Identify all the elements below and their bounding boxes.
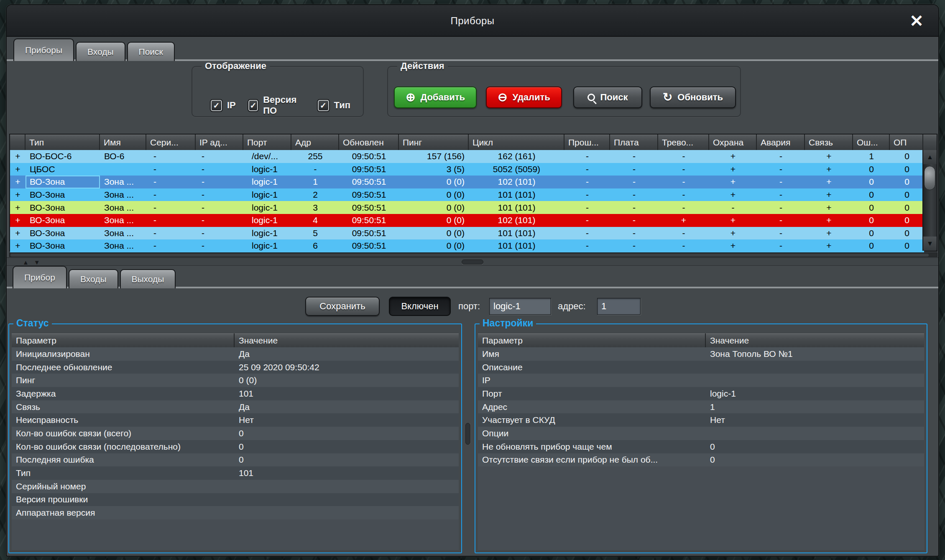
column-header-Охрана[interactable]: Охрана: [709, 135, 757, 150]
scrollbar-thumb[interactable]: [924, 166, 935, 190]
address-input[interactable]: [597, 298, 641, 315]
param-value: [235, 506, 459, 519]
param-row[interactable]: Адрес1: [478, 400, 924, 414]
column-header-Трево...[interactable]: Трево...: [658, 135, 709, 150]
column-header-Прош...[interactable]: Прош...: [564, 135, 610, 150]
column-header-Цикл[interactable]: Цикл: [469, 135, 564, 150]
add-button[interactable]: ⊕Добавить: [394, 87, 477, 108]
param-row[interactable]: Задержка101: [12, 387, 459, 400]
param-row[interactable]: Аппаратная версия: [12, 506, 459, 519]
scroll-down-icon[interactable]: ▼: [923, 237, 937, 251]
enabled-toggle-button[interactable]: Включен: [389, 297, 451, 316]
column-header-ОП[interactable]: ОП: [890, 135, 924, 150]
table-row[interactable]: +ВО-ЗонаЗона ...--logic-1109:50:510 (0)1…: [10, 176, 924, 188]
param-row[interactable]: СвязьДа: [12, 400, 459, 414]
column-header-Тип[interactable]: Тип: [26, 135, 100, 150]
param-column-header[interactable]: Значение: [235, 333, 459, 347]
checkbox-тип[interactable]: ✓Тип: [318, 100, 350, 111]
cell: logic-1: [243, 176, 291, 188]
param-row[interactable]: Кол-во ошибок связи (последовательно)0: [12, 440, 459, 453]
cell: ВО-Зона: [26, 176, 100, 188]
tab-top-приборы[interactable]: Приборы: [13, 38, 74, 61]
panel-splitter-handle[interactable]: [465, 423, 470, 445]
table-row[interactable]: +ВО-ЗонаЗона ...--logic-1309:50:510 (0)1…: [10, 201, 924, 214]
param-column-header[interactable]: Параметр: [478, 333, 706, 347]
param-value: Нет: [235, 413, 459, 427]
column-header-Порт[interactable]: Порт: [243, 135, 291, 150]
param-row[interactable]: Тип101: [12, 466, 459, 480]
param-row[interactable]: Последнее обновление25 09 2020 09:50:42: [12, 361, 459, 374]
column-header-Адр[interactable]: Адр: [291, 135, 339, 150]
splitter-arrows[interactable]: ▲ ▼: [23, 259, 40, 266]
cell: +: [10, 176, 26, 188]
search-button[interactable]: Поиск: [573, 87, 642, 108]
tab-bottom-выходы[interactable]: Выходы: [120, 269, 176, 288]
splitter-collapse-down-icon[interactable]: ▼: [34, 259, 40, 266]
cell: [100, 163, 146, 176]
cell: 0 (0): [399, 239, 469, 252]
column-header-Имя[interactable]: Имя: [100, 135, 146, 150]
cell: 0 (0): [399, 201, 469, 214]
param-row[interactable]: Описание: [478, 361, 924, 374]
cell: 5052 (5059): [469, 163, 564, 176]
checkbox-ip[interactable]: ✓IP: [211, 100, 236, 111]
refresh-button[interactable]: ↻Обновить: [650, 87, 736, 108]
param-row[interactable]: Пинг0 (0): [12, 374, 459, 387]
column-header-Авария[interactable]: Авария: [757, 135, 805, 150]
column-header-Пинг[interactable]: Пинг: [399, 135, 469, 150]
param-row[interactable]: Серийный номер: [12, 480, 459, 493]
vertical-scrollbar[interactable]: ▲ ▼: [922, 150, 937, 251]
param-row[interactable]: Участвует в СКУДНет: [478, 413, 924, 427]
splitter-collapse-up-icon[interactable]: ▲: [23, 259, 29, 266]
param-row[interactable]: НеисправностьНет: [12, 413, 459, 427]
column-header-marker[interactable]: [10, 135, 26, 150]
tab-top-входы[interactable]: Входы: [76, 42, 125, 61]
tab-bottom-входы[interactable]: Входы: [69, 269, 118, 288]
cell: +: [805, 176, 853, 188]
scroll-up-icon[interactable]: ▲: [923, 150, 937, 164]
tab-top-поиск[interactable]: Поиск: [127, 42, 175, 61]
remove-button[interactable]: ⊖Удалить: [486, 87, 562, 108]
column-header-Сери...[interactable]: Сери...: [146, 135, 196, 150]
param-name: Аппаратная версия: [12, 506, 235, 519]
cell: -: [146, 239, 196, 252]
table-row[interactable]: +ВО-ЗонаЗона ...--logic-1509:50:510 (0)1…: [10, 227, 924, 240]
cell: ВО-БОС-6: [26, 150, 100, 163]
checkbox-версия-по[interactable]: ✓Версия ПО: [248, 94, 305, 116]
param-row[interactable]: Опции: [478, 427, 924, 440]
param-row[interactable]: ИнициализированДа: [12, 347, 459, 361]
horizontal-scrollbar-thumb[interactable]: [10, 254, 929, 257]
table-row[interactable]: +ВО-ЗонаЗона ...--logic-1609:50:510 (0)1…: [10, 239, 924, 252]
splitter-handle[interactable]: [462, 260, 483, 265]
column-header-IP ад...[interactable]: IP ад...: [196, 135, 243, 150]
checkbox-check-icon: ✓: [318, 100, 329, 111]
cell: +: [10, 163, 26, 176]
table-row[interactable]: +ВО-БОС-6ВО-6--/dev/...25509:50:51157 (1…: [10, 150, 924, 163]
device-table-body: +ВО-БОС-6ВО-6--/dev/...25509:50:51157 (1…: [10, 150, 924, 252]
param-row[interactable]: Не обновлять прибор чаще чем0: [478, 440, 924, 453]
param-row[interactable]: Последняя ошибка0: [12, 453, 459, 467]
close-icon[interactable]: ✕: [907, 11, 927, 31]
column-header-Обновлен[interactable]: Обновлен: [339, 135, 399, 150]
param-row[interactable]: Версия прошивки: [12, 493, 459, 507]
horizontal-splitter[interactable]: ▲ ▼: [7, 257, 938, 266]
param-value: 101: [235, 387, 459, 400]
table-row[interactable]: +ВО-ЗонаЗона ...--logic-1209:50:510 (0)1…: [10, 188, 924, 201]
horizontal-scrollbar[interactable]: [9, 252, 937, 257]
param-row[interactable]: IP: [478, 374, 924, 387]
param-column-header[interactable]: Параметр: [12, 333, 235, 347]
title-bar[interactable]: Приборы ✕: [7, 5, 938, 37]
column-header-Связь[interactable]: Связь: [805, 135, 853, 150]
column-header-Ош...[interactable]: Ош...: [853, 135, 890, 150]
param-row[interactable]: Отсутствие связи если прибор не был об..…: [478, 453, 924, 467]
param-row[interactable]: Кол-во ошибок связи (всего)0: [12, 427, 459, 440]
port-input[interactable]: [489, 298, 551, 315]
save-button[interactable]: Сохранить: [305, 297, 380, 316]
param-row[interactable]: Портlogic-1: [478, 387, 924, 400]
param-row[interactable]: ИмяЗона Тополь ВО №1: [478, 347, 924, 361]
param-column-header[interactable]: Значение: [706, 333, 924, 347]
table-row[interactable]: +ЦБОС--logic-1-09:50:513 (5)5052 (5059)-…: [10, 163, 924, 176]
tab-bottom-прибор[interactable]: Прибор: [13, 266, 67, 288]
column-header-Плата[interactable]: Плата: [610, 135, 658, 150]
table-row[interactable]: +ВО-ЗонаЗона ...--logic-1409:50:510 (0)1…: [10, 214, 924, 227]
